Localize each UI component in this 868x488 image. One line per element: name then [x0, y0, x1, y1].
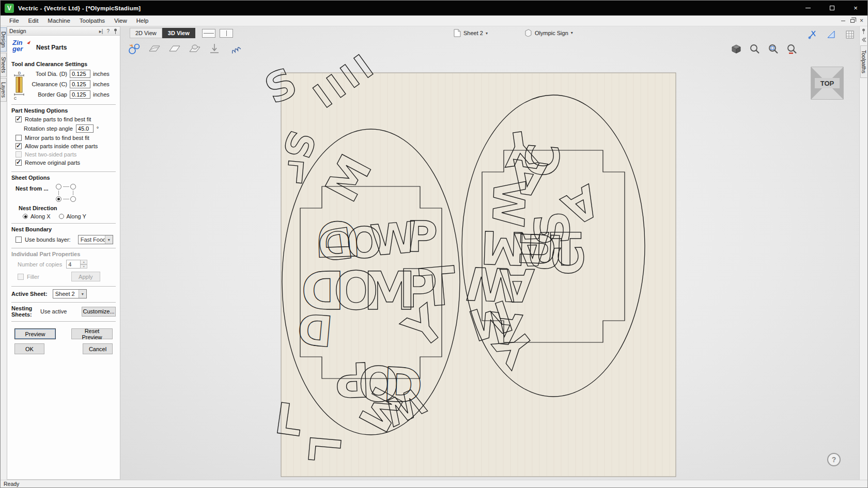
customize-button[interactable]: Customize... — [82, 307, 116, 317]
filler-label: Filler — [27, 274, 39, 280]
along-y-label: Along Y — [67, 213, 86, 219]
panel-title: Nest Parts — [36, 44, 67, 51]
svg-text:L: L — [286, 154, 307, 189]
chevron-down-icon: ▾ — [79, 290, 86, 298]
dash — [58, 191, 59, 195]
two-sided-checkbox — [16, 151, 22, 158]
side-tab-design-label: Design — [1, 32, 6, 48]
menu-help[interactable]: Help — [132, 15, 153, 26]
panel-header: Design ▸| ? — [7, 27, 120, 36]
menu-toolpaths[interactable]: Toolpaths — [75, 15, 110, 26]
panel-help-icon[interactable]: ? — [106, 28, 110, 34]
nest-from-bottom-right-radio[interactable] — [70, 196, 76, 202]
active-sheet-select[interactable]: Sheet 2 ▾ — [53, 289, 87, 298]
sign-selector[interactable]: Olympic Sign ▾ — [524, 29, 573, 37]
snap-toggle-icon[interactable] — [807, 28, 819, 41]
title-bar: V Vectric - {Vectric Ltd} - [*OlympicSta… — [1, 1, 867, 15]
section-sheet-options: Sheet Options Nest from ... — [11, 171, 116, 223]
material-block-icon[interactable] — [730, 43, 742, 55]
menu-machine[interactable]: Machine — [43, 15, 74, 26]
along-y-radio[interactable] — [59, 214, 64, 219]
guides-icon[interactable] — [825, 28, 838, 41]
mdi-close-button[interactable]: × — [860, 18, 863, 24]
mdi-minimize-icon — [841, 21, 845, 21]
split-vertical-icon[interactable] — [220, 29, 233, 38]
help-button[interactable]: ? — [827, 453, 841, 466]
section-tool-settings: Tool and Clearance Settings D C — [11, 58, 116, 104]
nesting-scene[interactable]: SIIIISLLLMDDOWPDOMPTDYPODMWYACAWMASUWAUT… — [120, 26, 859, 480]
texture-area-icon[interactable] — [228, 42, 241, 55]
app-icon: V — [5, 4, 14, 13]
toolpaths-tab-strip: Toolpaths — [859, 26, 867, 480]
sign-selector-value: Olympic Sign — [535, 30, 568, 36]
emboss-icon[interactable] — [188, 42, 200, 55]
pin-icon[interactable] — [113, 28, 118, 34]
tab-2d-view[interactable]: 2D View — [130, 28, 162, 38]
drop-component-icon[interactable] — [208, 42, 221, 55]
section-nest-boundary: Nest Boundary Use bounds layer: Fast Foo… — [11, 223, 116, 248]
svg-text:L: L — [299, 433, 350, 464]
part-options-heading: Part Nesting Options — [11, 107, 116, 114]
tab-toolpaths[interactable]: Toolpaths — [860, 45, 867, 78]
app-window: V Vectric - {Vectric Ltd} - [*OlympicSta… — [0, 0, 868, 488]
preview-button[interactable]: Preview — [14, 328, 56, 339]
nest-from-top-right-radio[interactable] — [70, 184, 76, 190]
tab-3d-view[interactable]: 3D View — [162, 28, 195, 38]
expand-left-icon[interactable] — [861, 37, 866, 42]
nest-from-label: Nest from ... — [16, 183, 49, 192]
tool-diagram-icon: D C — [11, 70, 27, 101]
nest-direction-label: Nest Direction — [19, 205, 116, 211]
rotate-parts-checkbox[interactable] — [16, 116, 22, 122]
viewport-3d[interactable]: SIIIISLLLMDDOWPDOMPTDYPODMWYACAWMASUWAUT… — [120, 26, 859, 480]
nest-from-top-left-radio[interactable] — [56, 184, 61, 190]
sign-sheet-icon — [524, 29, 532, 37]
border-gap-input[interactable] — [70, 90, 90, 99]
minimize-button[interactable] — [796, 1, 820, 15]
nest-parts-tool-icon[interactable] — [128, 42, 140, 55]
maximize-button[interactable] — [820, 1, 844, 15]
cancel-button[interactable]: Cancel — [83, 343, 113, 354]
use-bounds-checkbox[interactable] — [16, 237, 22, 243]
grid-icon[interactable] — [844, 28, 856, 41]
nest-from-bottom-left-radio[interactable] — [56, 196, 61, 202]
menu-file[interactable]: File — [5, 15, 24, 26]
side-tab-sheets[interactable]: Sheets — [1, 53, 7, 77]
pin-icon[interactable] — [861, 28, 866, 34]
allow-inside-checkbox[interactable] — [16, 143, 22, 149]
nest-from-corner-selector — [56, 183, 76, 202]
part-properties-heading: Individual Part Properties — [11, 251, 116, 257]
sheet-options-heading: Sheet Options — [11, 175, 116, 181]
sheet-selector[interactable]: Sheet 2 ▾ — [454, 29, 488, 37]
tool-dia-input[interactable] — [70, 70, 90, 78]
create-plane-icon[interactable] — [168, 42, 180, 55]
mirror-parts-checkbox[interactable] — [16, 135, 22, 141]
allow-inside-label: Allow parts inside other parts — [25, 143, 98, 149]
zoom-icon[interactable] — [749, 43, 761, 55]
remove-original-checkbox[interactable] — [16, 160, 22, 166]
mdi-minimize-button[interactable] — [841, 21, 845, 21]
zoom-box-icon[interactable] — [767, 43, 780, 55]
orientation-cube[interactable]: TOP — [811, 67, 844, 100]
zoom-out-icon[interactable] — [786, 43, 798, 55]
maximize-icon — [830, 6, 834, 10]
rotation-step-input[interactable] — [76, 124, 94, 133]
status-text: Ready — [4, 481, 19, 487]
split-horizontal-icon[interactable] — [202, 29, 215, 38]
clearance-input[interactable] — [70, 80, 90, 88]
close-button[interactable]: × — [844, 1, 867, 15]
ok-button[interactable]: OK — [14, 343, 44, 354]
menu-view[interactable]: View — [110, 15, 132, 26]
along-x-radio[interactable] — [23, 214, 28, 219]
bounds-layer-select[interactable]: Fast Food ▾ — [78, 235, 113, 244]
reset-preview-button[interactable]: Reset Preview — [71, 328, 113, 339]
active-sheet-label: Active Sheet: — [11, 291, 48, 297]
side-tab-design[interactable]: Design — [1, 27, 7, 52]
tool-dia-unit: inches — [93, 71, 110, 77]
svg-text:P: P — [407, 212, 438, 261]
menu-edit[interactable]: Edit — [24, 15, 43, 26]
smooth-plane-icon[interactable] — [148, 42, 160, 55]
nest-boundary-heading: Nest Boundary — [11, 226, 116, 232]
dock-panel-icon[interactable]: ▸| — [99, 28, 103, 34]
mdi-restore-button[interactable] — [850, 19, 855, 23]
side-tab-layers[interactable]: Layers — [1, 78, 7, 102]
